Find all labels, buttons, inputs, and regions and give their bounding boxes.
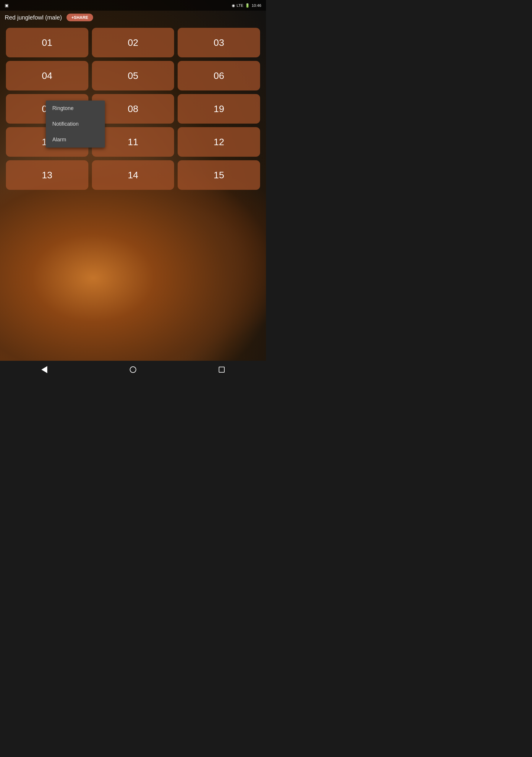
sound-button-04[interactable]: 04 bbox=[6, 61, 88, 90]
lte-icon: LTE bbox=[237, 3, 244, 8]
status-right: ◉ LTE 🔋 10:46 bbox=[232, 3, 261, 8]
clock: 10:46 bbox=[251, 3, 261, 8]
location-icon: ◉ bbox=[232, 3, 235, 8]
context-menu-item-notification[interactable]: Notification bbox=[46, 116, 105, 132]
share-button[interactable]: +SHARE bbox=[67, 14, 93, 21]
sound-button-01[interactable]: 01 bbox=[6, 28, 88, 57]
home-button[interactable] bbox=[124, 364, 142, 376]
recents-button[interactable] bbox=[213, 364, 230, 376]
navigation-bar bbox=[0, 361, 266, 378]
sound-button-12[interactable]: 12 bbox=[178, 127, 260, 157]
sound-button-03[interactable]: 03 bbox=[178, 28, 260, 57]
sound-button-13[interactable]: 13 bbox=[6, 160, 88, 190]
sound-button-14[interactable]: 14 bbox=[92, 160, 174, 190]
sound-button-15[interactable]: 15 bbox=[178, 160, 260, 190]
status-bar: ▣ ◉ LTE 🔋 10:46 bbox=[0, 0, 266, 11]
context-menu-item-ringtone[interactable]: Ringtone bbox=[46, 101, 105, 116]
sound-button-19[interactable]: 19 bbox=[178, 94, 260, 124]
battery-icon: 🔋 bbox=[245, 3, 250, 8]
app-title: Red junglefowl (male) bbox=[5, 14, 62, 21]
header: Red junglefowl (male) +SHARE bbox=[0, 11, 266, 24]
context-menu: RingtoneNotificationAlarm bbox=[46, 101, 105, 148]
context-menu-item-alarm[interactable]: Alarm bbox=[46, 132, 105, 148]
sound-button-02[interactable]: 02 bbox=[92, 28, 174, 57]
home-icon bbox=[130, 366, 136, 373]
back-icon bbox=[42, 366, 47, 373]
status-left: ▣ bbox=[5, 3, 10, 8]
sim-icon: ▣ bbox=[5, 3, 9, 8]
sound-button-06[interactable]: 06 bbox=[178, 61, 260, 90]
recents-icon bbox=[219, 367, 224, 373]
sound-grid: 010203040506070819101112131415 bbox=[0, 24, 266, 194]
sound-button-05[interactable]: 05 bbox=[92, 61, 174, 90]
back-button[interactable] bbox=[36, 364, 53, 376]
